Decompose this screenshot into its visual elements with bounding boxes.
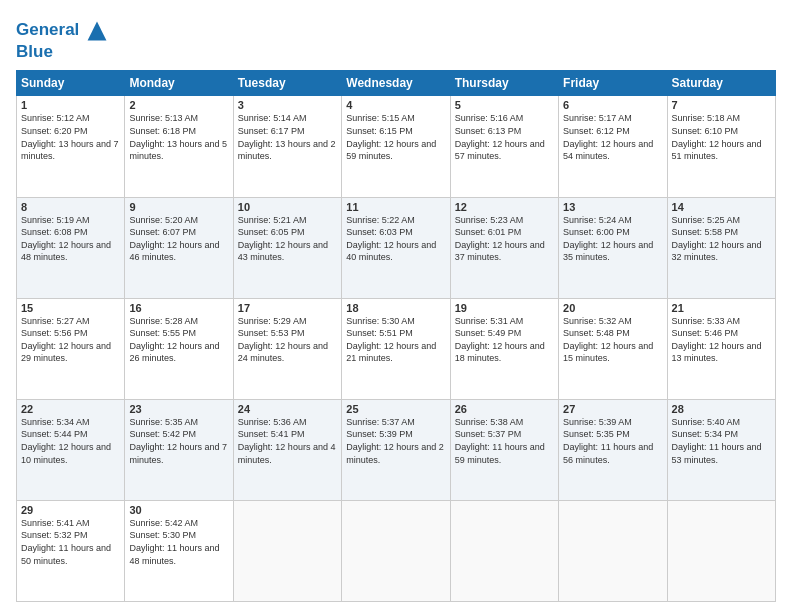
day-number: 10: [238, 201, 337, 213]
calendar-week-3: 15Sunrise: 5:27 AMSunset: 5:56 PMDayligh…: [17, 298, 776, 399]
svg-marker-0: [88, 22, 107, 41]
day-number: 5: [455, 99, 554, 111]
day-number: 20: [563, 302, 662, 314]
day-info: Sunrise: 5:21 AMSunset: 6:05 PMDaylight:…: [238, 214, 337, 264]
day-info: Sunrise: 5:13 AMSunset: 6:18 PMDaylight:…: [129, 112, 228, 162]
day-header-saturday: Saturday: [667, 71, 775, 96]
calendar-cell: [342, 500, 450, 601]
day-number: 17: [238, 302, 337, 314]
day-header-sunday: Sunday: [17, 71, 125, 96]
calendar-cell: 29Sunrise: 5:41 AMSunset: 5:32 PMDayligh…: [17, 500, 125, 601]
day-info: Sunrise: 5:22 AMSunset: 6:03 PMDaylight:…: [346, 214, 445, 264]
calendar-cell: 15Sunrise: 5:27 AMSunset: 5:56 PMDayligh…: [17, 298, 125, 399]
calendar-table: SundayMondayTuesdayWednesdayThursdayFrid…: [16, 70, 776, 602]
calendar-cell: 7Sunrise: 5:18 AMSunset: 6:10 PMDaylight…: [667, 96, 775, 197]
calendar-cell: 21Sunrise: 5:33 AMSunset: 5:46 PMDayligh…: [667, 298, 775, 399]
calendar-cell: 12Sunrise: 5:23 AMSunset: 6:01 PMDayligh…: [450, 197, 558, 298]
logo-blue: Blue: [16, 42, 108, 62]
calendar-cell: 20Sunrise: 5:32 AMSunset: 5:48 PMDayligh…: [559, 298, 667, 399]
calendar-cell: 23Sunrise: 5:35 AMSunset: 5:42 PMDayligh…: [125, 399, 233, 500]
calendar-cell: 9Sunrise: 5:20 AMSunset: 6:07 PMDaylight…: [125, 197, 233, 298]
calendar-cell: 8Sunrise: 5:19 AMSunset: 6:08 PMDaylight…: [17, 197, 125, 298]
day-number: 13: [563, 201, 662, 213]
day-number: 22: [21, 403, 120, 415]
day-info: Sunrise: 5:17 AMSunset: 6:12 PMDaylight:…: [563, 112, 662, 162]
day-info: Sunrise: 5:31 AMSunset: 5:49 PMDaylight:…: [455, 315, 554, 365]
day-info: Sunrise: 5:40 AMSunset: 5:34 PMDaylight:…: [672, 416, 771, 466]
day-info: Sunrise: 5:33 AMSunset: 5:46 PMDaylight:…: [672, 315, 771, 365]
calendar-cell: [233, 500, 341, 601]
day-info: Sunrise: 5:12 AMSunset: 6:20 PMDaylight:…: [21, 112, 120, 162]
day-number: 28: [672, 403, 771, 415]
calendar-cell: [667, 500, 775, 601]
calendar-page: General Blue SundayMondayTuesdayWednesda…: [0, 0, 792, 612]
day-info: Sunrise: 5:35 AMSunset: 5:42 PMDaylight:…: [129, 416, 228, 466]
calendar-cell: 25Sunrise: 5:37 AMSunset: 5:39 PMDayligh…: [342, 399, 450, 500]
calendar-cell: [450, 500, 558, 601]
calendar-cell: 18Sunrise: 5:30 AMSunset: 5:51 PMDayligh…: [342, 298, 450, 399]
day-number: 26: [455, 403, 554, 415]
day-number: 12: [455, 201, 554, 213]
day-info: Sunrise: 5:16 AMSunset: 6:13 PMDaylight:…: [455, 112, 554, 162]
day-number: 21: [672, 302, 771, 314]
day-number: 8: [21, 201, 120, 213]
day-number: 29: [21, 504, 120, 516]
calendar-cell: 28Sunrise: 5:40 AMSunset: 5:34 PMDayligh…: [667, 399, 775, 500]
day-info: Sunrise: 5:19 AMSunset: 6:08 PMDaylight:…: [21, 214, 120, 264]
day-number: 24: [238, 403, 337, 415]
day-info: Sunrise: 5:29 AMSunset: 5:53 PMDaylight:…: [238, 315, 337, 365]
calendar-cell: 30Sunrise: 5:42 AMSunset: 5:30 PMDayligh…: [125, 500, 233, 601]
day-number: 11: [346, 201, 445, 213]
calendar-cell: 17Sunrise: 5:29 AMSunset: 5:53 PMDayligh…: [233, 298, 341, 399]
day-header-monday: Monday: [125, 71, 233, 96]
day-info: Sunrise: 5:15 AMSunset: 6:15 PMDaylight:…: [346, 112, 445, 162]
day-number: 15: [21, 302, 120, 314]
day-header-wednesday: Wednesday: [342, 71, 450, 96]
day-info: Sunrise: 5:37 AMSunset: 5:39 PMDaylight:…: [346, 416, 445, 466]
calendar-cell: 10Sunrise: 5:21 AMSunset: 6:05 PMDayligh…: [233, 197, 341, 298]
day-info: Sunrise: 5:32 AMSunset: 5:48 PMDaylight:…: [563, 315, 662, 365]
day-number: 27: [563, 403, 662, 415]
calendar-cell: 5Sunrise: 5:16 AMSunset: 6:13 PMDaylight…: [450, 96, 558, 197]
calendar-week-5: 29Sunrise: 5:41 AMSunset: 5:32 PMDayligh…: [17, 500, 776, 601]
day-number: 4: [346, 99, 445, 111]
logo-general: General: [16, 20, 79, 39]
day-number: 9: [129, 201, 228, 213]
header: General Blue: [16, 16, 776, 62]
day-number: 6: [563, 99, 662, 111]
calendar-cell: 14Sunrise: 5:25 AMSunset: 5:58 PMDayligh…: [667, 197, 775, 298]
logo: General Blue: [16, 20, 108, 62]
day-info: Sunrise: 5:18 AMSunset: 6:10 PMDaylight:…: [672, 112, 771, 162]
calendar-cell: 2Sunrise: 5:13 AMSunset: 6:18 PMDaylight…: [125, 96, 233, 197]
calendar-cell: 27Sunrise: 5:39 AMSunset: 5:35 PMDayligh…: [559, 399, 667, 500]
calendar-week-1: 1Sunrise: 5:12 AMSunset: 6:20 PMDaylight…: [17, 96, 776, 197]
calendar-cell: [559, 500, 667, 601]
day-info: Sunrise: 5:24 AMSunset: 6:00 PMDaylight:…: [563, 214, 662, 264]
calendar-week-2: 8Sunrise: 5:19 AMSunset: 6:08 PMDaylight…: [17, 197, 776, 298]
calendar-cell: 19Sunrise: 5:31 AMSunset: 5:49 PMDayligh…: [450, 298, 558, 399]
day-info: Sunrise: 5:34 AMSunset: 5:44 PMDaylight:…: [21, 416, 120, 466]
calendar-cell: 6Sunrise: 5:17 AMSunset: 6:12 PMDaylight…: [559, 96, 667, 197]
day-number: 18: [346, 302, 445, 314]
calendar-cell: 4Sunrise: 5:15 AMSunset: 6:15 PMDaylight…: [342, 96, 450, 197]
day-number: 14: [672, 201, 771, 213]
day-info: Sunrise: 5:38 AMSunset: 5:37 PMDaylight:…: [455, 416, 554, 466]
calendar-cell: 3Sunrise: 5:14 AMSunset: 6:17 PMDaylight…: [233, 96, 341, 197]
day-info: Sunrise: 5:23 AMSunset: 6:01 PMDaylight:…: [455, 214, 554, 264]
day-number: 25: [346, 403, 445, 415]
day-info: Sunrise: 5:42 AMSunset: 5:30 PMDaylight:…: [129, 517, 228, 567]
day-info: Sunrise: 5:41 AMSunset: 5:32 PMDaylight:…: [21, 517, 120, 567]
day-info: Sunrise: 5:14 AMSunset: 6:17 PMDaylight:…: [238, 112, 337, 162]
calendar-cell: 11Sunrise: 5:22 AMSunset: 6:03 PMDayligh…: [342, 197, 450, 298]
day-info: Sunrise: 5:36 AMSunset: 5:41 PMDaylight:…: [238, 416, 337, 466]
day-info: Sunrise: 5:20 AMSunset: 6:07 PMDaylight:…: [129, 214, 228, 264]
day-number: 19: [455, 302, 554, 314]
calendar-header-row: SundayMondayTuesdayWednesdayThursdayFrid…: [17, 71, 776, 96]
day-info: Sunrise: 5:25 AMSunset: 5:58 PMDaylight:…: [672, 214, 771, 264]
day-info: Sunrise: 5:30 AMSunset: 5:51 PMDaylight:…: [346, 315, 445, 365]
day-info: Sunrise: 5:39 AMSunset: 5:35 PMDaylight:…: [563, 416, 662, 466]
day-number: 16: [129, 302, 228, 314]
day-number: 30: [129, 504, 228, 516]
day-info: Sunrise: 5:27 AMSunset: 5:56 PMDaylight:…: [21, 315, 120, 365]
day-header-tuesday: Tuesday: [233, 71, 341, 96]
